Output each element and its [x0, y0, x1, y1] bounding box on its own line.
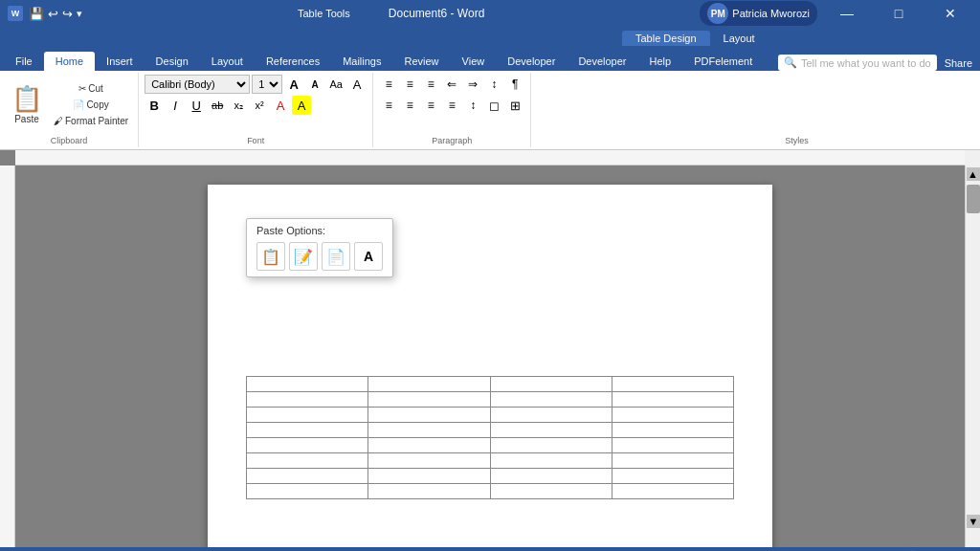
tab-home[interactable]: Home: [44, 52, 95, 71]
tab-developer[interactable]: Developer: [496, 52, 567, 71]
share-button[interactable]: Share: [945, 57, 972, 69]
document-table[interactable]: [246, 376, 734, 499]
document-page[interactable]: Paste Options: 📋 📝 📄 A: [208, 185, 772, 547]
scrollbar-right[interactable]: ▲ ▼: [965, 165, 980, 547]
copy-icon: 📄: [73, 99, 84, 110]
strikethrough-button[interactable]: ab: [208, 96, 227, 115]
title-bar: W 💾 ↩ ↪ ▾ Table Tools Document6 - Word P…: [0, 0, 980, 27]
tab-review[interactable]: Review: [393, 52, 451, 71]
sort-button[interactable]: ↕: [484, 75, 503, 94]
styles-group: AaBbCcDd ↵ Normal AaBbCcDd ↵ No Spac... …: [531, 73, 980, 147]
paste-button[interactable]: 📋 Paste: [6, 75, 48, 134]
tab-pdfelement[interactable]: PDFelement: [682, 52, 764, 71]
multilevel-button[interactable]: ≡: [421, 75, 440, 94]
borders-button[interactable]: ⊞: [505, 96, 524, 115]
redo-icon[interactable]: ↪: [62, 7, 73, 21]
minimize-button[interactable]: —: [825, 0, 869, 27]
paste-keep-format-button[interactable]: 📄: [322, 242, 350, 271]
cut-icon: ✂: [78, 83, 86, 94]
word-icon: W: [8, 6, 23, 21]
bold-button[interactable]: B: [145, 96, 164, 115]
scroll-down-button[interactable]: ▼: [967, 515, 980, 528]
show-marks-button[interactable]: ¶: [505, 75, 524, 94]
clear-formatting-button[interactable]: A: [347, 75, 367, 94]
shrink-font-button[interactable]: A: [305, 75, 324, 94]
justify-button[interactable]: ≡: [442, 96, 461, 115]
table-tools-label: Table Tools: [298, 8, 350, 19]
format-painter-icon: 🖌: [54, 116, 63, 126]
center-button[interactable]: ≡: [400, 96, 419, 115]
table-tools-bar: Table Design Layout: [0, 27, 980, 46]
font-size-selector[interactable]: 11: [252, 75, 282, 94]
increase-indent-button[interactable]: ⇒: [463, 75, 482, 94]
tab-insert[interactable]: Insert: [95, 52, 145, 71]
ribbon-content: 📋 Paste ✂ Cut 📄 Copy 🖌 Format Painter Cl…: [0, 71, 980, 150]
italic-button[interactable]: I: [166, 96, 185, 115]
clipboard-group: 📋 Paste ✂ Cut 📄 Copy 🖌 Format Painter Cl…: [0, 73, 139, 147]
paste-options-icons: 📋 📝 📄 A: [256, 242, 383, 271]
underline-button[interactable]: U: [187, 96, 206, 115]
document-area: Paste Options: 📋 📝 📄 A ▲ ▼: [0, 150, 980, 547]
paragraph-group: ≡ ≡ ≡ ⇐ ⇒ ↕ ¶ ≡ ≡ ≡ ≡ ↕ ◻ ⊞ Paragraph: [373, 73, 531, 147]
paste-text-only-button[interactable]: A: [354, 242, 383, 271]
text-color-button[interactable]: A: [271, 96, 290, 115]
change-case-button[interactable]: Aa: [326, 75, 345, 94]
scroll-thumb[interactable]: [967, 185, 980, 213]
user-name: Patricia Mworozi: [732, 8, 810, 19]
tab-help[interactable]: Help: [638, 52, 683, 71]
tab-design[interactable]: Design: [145, 52, 200, 71]
grow-font-button[interactable]: A: [284, 75, 303, 94]
tab-view[interactable]: View: [451, 52, 497, 71]
table-design-tab[interactable]: Table Design: [622, 31, 710, 46]
format-painter-button[interactable]: 🖌 Format Painter: [50, 114, 132, 128]
save-icon[interactable]: 💾: [29, 7, 44, 21]
scroll-up-button[interactable]: ▲: [967, 167, 980, 181]
paste-icon: 📋: [11, 84, 42, 114]
status-bar: Page 1 of 1 0 words 📝 English (United Ki…: [0, 547, 980, 551]
tab-references[interactable]: References: [255, 52, 331, 71]
document-scroll: Paste Options: 📋 📝 📄 A: [15, 165, 965, 547]
layout-tab[interactable]: Layout: [710, 31, 768, 46]
ruler-horizontal: [15, 150, 980, 165]
tab-mailings[interactable]: Mailings: [331, 52, 392, 71]
document-title: Document6 - Word: [389, 7, 484, 20]
align-right-button[interactable]: ≡: [421, 96, 440, 115]
close-button[interactable]: ✕: [928, 0, 972, 27]
title-bar-left: W 💾 ↩ ↪ ▾: [8, 6, 82, 21]
ribbon-tabs: File Home Insert Design Layout Reference…: [0, 46, 980, 71]
ruler-vertical: [0, 165, 15, 547]
paste-keep-source-button[interactable]: 📋: [256, 242, 285, 271]
tab-file[interactable]: File: [4, 52, 44, 71]
align-left-button[interactable]: ≡: [379, 96, 398, 115]
font-group: Calibri (Body) 11 A A Aa A B I U ab x₂ x…: [139, 73, 373, 147]
numbering-button[interactable]: ≡: [400, 75, 419, 94]
line-spacing-button[interactable]: ↕: [463, 96, 482, 115]
maximize-button[interactable]: □: [877, 0, 921, 27]
font-name-selector[interactable]: Calibri (Body): [145, 75, 250, 94]
copy-button[interactable]: 📄 Copy: [50, 98, 132, 112]
paste-merge-button[interactable]: 📝: [289, 242, 318, 271]
tab-developer2[interactable]: Developer: [567, 52, 637, 71]
paste-options-popup: Paste Options: 📋 📝 📄 A: [246, 218, 393, 277]
user-avatar[interactable]: PM: [707, 3, 728, 24]
superscript-button[interactable]: x²: [250, 96, 269, 115]
decrease-indent-button[interactable]: ⇐: [442, 75, 461, 94]
paste-options-title: Paste Options:: [256, 225, 383, 236]
search-placeholder[interactable]: Tell me what you want to do: [801, 57, 931, 69]
subscript-button[interactable]: x₂: [229, 96, 248, 115]
highlight-button[interactable]: A: [292, 96, 311, 115]
tab-layout[interactable]: Layout: [200, 52, 255, 71]
bullets-button[interactable]: ≡: [379, 75, 398, 94]
shading-button[interactable]: ◻: [484, 96, 503, 115]
undo-icon[interactable]: ↩: [48, 7, 58, 21]
cut-button[interactable]: ✂ Cut: [50, 81, 132, 96]
